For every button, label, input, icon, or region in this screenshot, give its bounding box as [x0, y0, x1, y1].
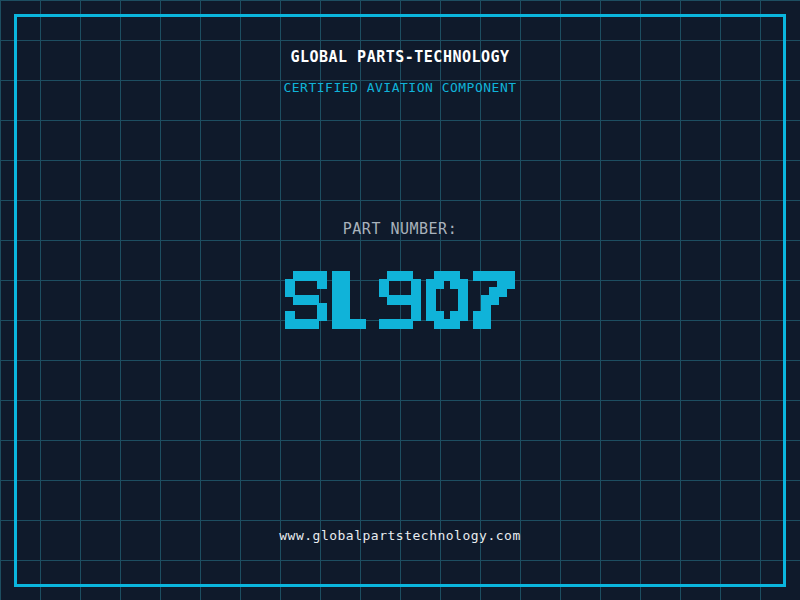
part-number-value: SL907	[0, 271, 800, 329]
part-number-label: PART NUMBER:	[0, 220, 800, 238]
website-url: www.globalpartstechnology.com	[0, 528, 800, 543]
company-name: GLOBAL PARTS-TECHNOLOGY	[0, 48, 800, 66]
part-certificate-screen: GLOBAL PARTS-TECHNOLOGY CERTIFIED AVIATI…	[0, 0, 800, 600]
certification-tagline: CERTIFIED AVIATION COMPONENT	[0, 80, 800, 95]
part-number-digits	[0, 271, 800, 329]
